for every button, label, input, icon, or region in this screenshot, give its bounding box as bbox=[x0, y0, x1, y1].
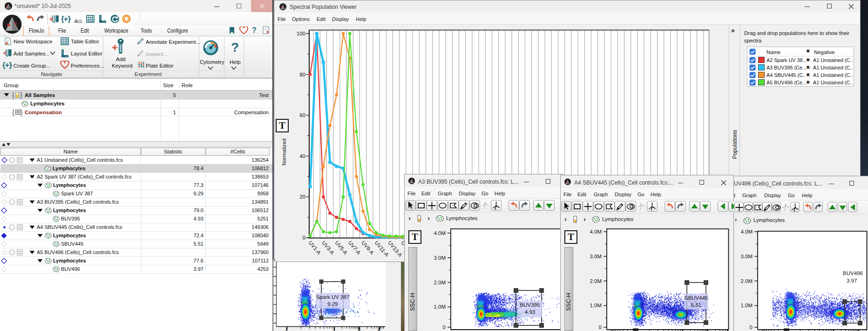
svg-text:2.0M: 2.0M bbox=[434, 280, 446, 285]
svg-text:0: 0 bbox=[750, 324, 753, 330]
svg-text:60: 60 bbox=[299, 112, 305, 118]
svg-text:1.0M: 1.0M bbox=[590, 303, 602, 308]
svg-text:UV3-A: UV3-A bbox=[321, 240, 335, 256]
svg-text:UV5-A: UV5-A bbox=[334, 240, 348, 256]
svg-text:4.0M: 4.0M bbox=[740, 229, 753, 234]
svg-text:2.0M: 2.0M bbox=[740, 278, 753, 284]
svg-text:2.0M: 2.0M bbox=[590, 278, 602, 284]
svg-text:40: 40 bbox=[299, 153, 305, 159]
svg-text:3.0M: 3.0M bbox=[590, 254, 602, 259]
svg-text:4.0M: 4.0M bbox=[590, 229, 602, 234]
svg-text:0: 0 bbox=[303, 235, 305, 241]
svg-text:UV1-A: UV1-A bbox=[307, 240, 322, 256]
svg-text:4.0M: 4.0M bbox=[434, 230, 446, 236]
svg-text:0: 0 bbox=[599, 324, 602, 330]
svg-text:1.0M: 1.0M bbox=[740, 303, 753, 308]
svg-text:0: 0 bbox=[443, 324, 446, 330]
svg-text:3.0M: 3.0M bbox=[434, 255, 446, 261]
svg-text:80: 80 bbox=[299, 72, 305, 77]
svg-text:3.0M: 3.0M bbox=[740, 254, 753, 259]
svg-text:100: 100 bbox=[297, 31, 305, 36]
svg-text:20: 20 bbox=[299, 194, 305, 200]
svg-text:UV9-A: UV9-A bbox=[360, 240, 375, 256]
svg-text:UV7-A: UV7-A bbox=[347, 240, 362, 256]
svg-text:1.0M: 1.0M bbox=[434, 304, 446, 310]
